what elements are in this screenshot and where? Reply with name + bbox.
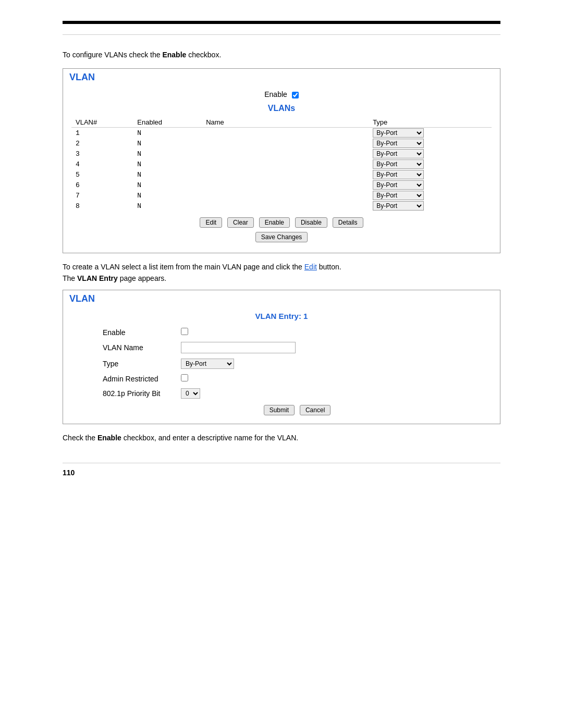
cell-name-5 bbox=[202, 169, 369, 180]
btn-row-2: Save Changes bbox=[71, 232, 492, 242]
cell-name-2 bbox=[202, 138, 369, 149]
col-header-enabled: Enabled bbox=[133, 117, 202, 128]
col-header-name: Name bbox=[202, 117, 369, 128]
vlans-subtitle: VLANs bbox=[71, 104, 492, 113]
form-row-vlan-name: VLAN Name bbox=[103, 342, 492, 353]
form-label-admin-restricted: Admin Restricted bbox=[103, 375, 181, 383]
entry-enable-checkbox[interactable] bbox=[181, 328, 188, 335]
vlan-box-header: VLAN bbox=[63, 69, 500, 85]
appears-text-1: The bbox=[63, 274, 77, 282]
bottom-bold: Enable bbox=[97, 434, 121, 442]
intro-text-part1: To configure VLANs check the bbox=[63, 51, 162, 59]
cell-type-6: By-Port By-Protocol By-IP-Subnet bbox=[369, 180, 492, 190]
enable-checkbox[interactable] bbox=[292, 92, 299, 98]
cell-name-1 bbox=[202, 128, 369, 139]
cell-num-4: 4 bbox=[71, 159, 133, 169]
form-control-priority: 0 1 2 3 4 5 6 7 bbox=[181, 388, 200, 399]
form-row-enable: Enable bbox=[103, 328, 492, 337]
appears-bold: VLAN Entry bbox=[77, 274, 118, 282]
table-row: 6 N By-Port By-Protocol By-IP-Subnet bbox=[71, 180, 492, 190]
form-row-type: Type By-Port By-Protocol By-IP-Subnet bbox=[103, 359, 492, 369]
form-label-priority: 802.1p Priority Bit bbox=[103, 389, 181, 398]
col-header-num: VLAN# bbox=[71, 117, 133, 128]
vlan-table-wrapper: VLAN# Enabled Name Type 1 N bbox=[71, 117, 492, 211]
enable-button[interactable]: Enable bbox=[259, 217, 290, 228]
form-control-admin-restricted bbox=[181, 374, 188, 383]
form-label-enable: Enable bbox=[103, 328, 181, 337]
vlan-table: VLAN# Enabled Name Type 1 N bbox=[71, 117, 492, 211]
cancel-button[interactable]: Cancel bbox=[300, 405, 331, 415]
priority-select[interactable]: 0 1 2 3 4 5 6 7 bbox=[181, 388, 200, 399]
page-number: 110 bbox=[63, 468, 75, 477]
vlan-entry-subtitle: VLAN Entry: 1 bbox=[71, 312, 492, 320]
between-text-1: To create a VLAN select a list item from… bbox=[63, 263, 304, 271]
cell-enabled-8: N bbox=[133, 201, 202, 211]
vlan-box-2: VLAN VLAN Entry: 1 Enable VLAN Name bbox=[63, 290, 500, 424]
save-changes-button[interactable]: Save Changes bbox=[255, 232, 308, 242]
enable-row: Enable bbox=[71, 90, 492, 98]
edit-link[interactable]: Edit bbox=[304, 263, 317, 271]
type-select-2[interactable]: By-Port By-Protocol By-IP-Subnet bbox=[373, 139, 424, 148]
table-row: 2 N By-Port By-Protocol By-IP-Subnet bbox=[71, 138, 492, 149]
submit-row: Submit Cancel bbox=[103, 405, 492, 415]
table-row: 1 N By-Port By-Protocol By-IP-Subnet bbox=[71, 128, 492, 139]
cell-type-1: By-Port By-Protocol By-IP-Subnet bbox=[369, 128, 492, 139]
intro-text-part2: checkbox. bbox=[186, 51, 221, 59]
form-label-type: Type bbox=[103, 360, 181, 368]
type-select-entry[interactable]: By-Port By-Protocol By-IP-Subnet bbox=[181, 359, 234, 369]
col-header-type: Type bbox=[369, 117, 492, 128]
table-row: 3 N By-Port By-Protocol By-IP-Subnet bbox=[71, 149, 492, 159]
type-select-3[interactable]: By-Port By-Protocol By-IP-Subnet bbox=[373, 149, 424, 158]
table-row: 8 N By-Port By-Protocol By-IP-Subnet bbox=[71, 201, 492, 211]
type-select-8[interactable]: By-Port By-Protocol By-IP-Subnet bbox=[373, 201, 424, 211]
type-select-7[interactable]: By-Port By-Protocol By-IP-Subnet bbox=[373, 191, 424, 200]
details-button[interactable]: Details bbox=[333, 217, 363, 228]
cell-num-8: 8 bbox=[71, 201, 133, 211]
cell-num-2: 2 bbox=[71, 138, 133, 149]
bottom-text-rest: checkbox, and enter a descriptive name f… bbox=[121, 434, 298, 442]
table-row: 5 N By-Port By-Protocol By-IP-Subnet bbox=[71, 169, 492, 180]
cell-num-3: 3 bbox=[71, 149, 133, 159]
btn-row-1: Edit Clear Enable Disable Details bbox=[71, 217, 492, 228]
bottom-text-1: Check the bbox=[63, 434, 97, 442]
cell-enabled-1: N bbox=[133, 128, 202, 139]
form-row-admin-restricted: Admin Restricted bbox=[103, 374, 492, 383]
type-select-6[interactable]: By-Port By-Protocol By-IP-Subnet bbox=[373, 180, 424, 190]
form-control-type: By-Port By-Protocol By-IP-Subnet bbox=[181, 359, 234, 369]
cell-enabled-7: N bbox=[133, 190, 202, 201]
table-row: 7 N By-Port By-Protocol By-IP-Subnet bbox=[71, 190, 492, 201]
form-row-priority: 802.1p Priority Bit 0 1 2 3 4 5 6 7 bbox=[103, 388, 492, 399]
vlan-entry-form: Enable VLAN Name Type bbox=[103, 328, 492, 415]
cell-num-6: 6 bbox=[71, 180, 133, 190]
vlan-box-1: VLAN Enable VLANs VLAN# Enabled Name Typ… bbox=[63, 68, 500, 253]
vlan-name-input[interactable] bbox=[181, 342, 296, 353]
submit-button[interactable]: Submit bbox=[264, 405, 295, 415]
vlan-title-1: VLAN bbox=[69, 72, 95, 82]
cell-type-8: By-Port By-Protocol By-IP-Subnet bbox=[369, 201, 492, 211]
cell-type-3: By-Port By-Protocol By-IP-Subnet bbox=[369, 149, 492, 159]
cell-enabled-6: N bbox=[133, 180, 202, 190]
cell-enabled-2: N bbox=[133, 138, 202, 149]
cell-name-6 bbox=[202, 180, 369, 190]
between-paragraph: To create a VLAN select a list item from… bbox=[63, 263, 500, 271]
type-select-5[interactable]: By-Port By-Protocol By-IP-Subnet bbox=[373, 170, 424, 179]
admin-restricted-checkbox[interactable] bbox=[181, 374, 188, 381]
table-row: 4 N By-Port By-Protocol By-IP-Subnet bbox=[71, 159, 492, 169]
clear-button[interactable]: Clear bbox=[227, 217, 254, 228]
edit-button[interactable]: Edit bbox=[200, 217, 222, 228]
cell-name-8 bbox=[202, 201, 369, 211]
vlan-entry-content: VLAN Entry: 1 Enable VLAN Name bbox=[63, 306, 500, 424]
disable-button[interactable]: Disable bbox=[295, 217, 327, 228]
cell-num-1: 1 bbox=[71, 128, 133, 139]
appears-paragraph: The VLAN Entry page appears. bbox=[63, 274, 500, 282]
cell-enabled-5: N bbox=[133, 169, 202, 180]
cell-type-5: By-Port By-Protocol By-IP-Subnet bbox=[369, 169, 492, 180]
intro-bold: Enable bbox=[162, 51, 186, 59]
type-select-1[interactable]: By-Port By-Protocol By-IP-Subnet bbox=[373, 128, 424, 138]
intro-paragraph: To configure VLANs check the Enable chec… bbox=[63, 51, 500, 59]
cell-type-2: By-Port By-Protocol By-IP-Subnet bbox=[369, 138, 492, 149]
vlan-box-content-1: Enable VLANs VLAN# Enabled Name Type bbox=[63, 85, 500, 253]
type-select-4[interactable]: By-Port By-Protocol By-IP-Subnet bbox=[373, 159, 424, 169]
vlan-title-2: VLAN bbox=[69, 293, 95, 304]
appears-text-2: page appears. bbox=[118, 274, 166, 282]
